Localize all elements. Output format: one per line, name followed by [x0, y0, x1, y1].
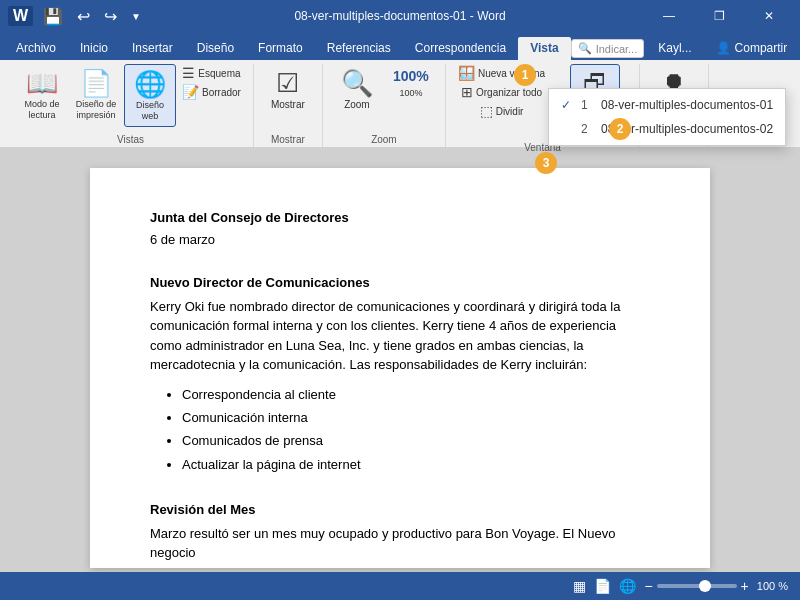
borrador-label: Borrador: [202, 87, 241, 98]
tab-inicio[interactable]: Inicio: [68, 37, 120, 60]
diseno-web-label: Diseñoweb: [136, 100, 164, 122]
mostrar-icon: ☑: [276, 68, 299, 99]
organizar-todo-icon: ⊞: [461, 85, 473, 99]
check-active-icon: ✓: [561, 98, 575, 112]
minimize-btn[interactable]: —: [646, 0, 692, 32]
zoom-slider-thumb: [699, 580, 711, 592]
document-page: Junta del Consejo de Directores 6 de mar…: [90, 168, 710, 568]
diseno-impresion-btn[interactable]: 📄 Diseño deimpresión: [70, 64, 122, 125]
dropdown-item-1[interactable]: ✓ 1 08-ver-multiples-documentos-01: [549, 93, 785, 117]
title-left: W 💾 ↩ ↪ ▼: [8, 5, 145, 28]
diseno-web-icon: 🌐: [134, 69, 166, 100]
layout-view-icon[interactable]: ▦: [573, 578, 586, 594]
ventana-small-col: 🪟 Nueva ventana ⊞ Organizar todo ⬚ Divid…: [454, 64, 549, 120]
tab-correspondencia[interactable]: Correspondencia: [403, 37, 518, 60]
zoom-icon: 🔍: [341, 68, 373, 99]
vistas-content: 📖 Modo delectura 📄 Diseño deimpresión 🌐 …: [16, 64, 245, 132]
diseno-impresion-icon: 📄: [80, 68, 112, 99]
doc-section-1: Nuevo Director de Comunicaciones Kerry O…: [150, 273, 650, 476]
borrador-icon: 📝: [182, 85, 199, 99]
doc-section-2-body: Marzo resultó ser un mes muy ocupado y p…: [150, 524, 650, 563]
quick-undo-icon[interactable]: ↩: [73, 5, 94, 28]
modo-lectura-label: Modo delectura: [24, 99, 59, 121]
web-view-icon[interactable]: 🌐: [619, 578, 636, 594]
tab-archivo[interactable]: Archivo: [4, 37, 68, 60]
modo-lectura-btn[interactable]: 📖 Modo delectura: [16, 64, 68, 125]
vistas-small-col: ☰ Esquema 📝 Borrador: [178, 64, 245, 101]
nueva-ventana-label: Nueva ventana: [478, 68, 545, 79]
zoom-group-label: Zoom: [371, 132, 397, 147]
user-account[interactable]: Kayl...: [648, 37, 701, 60]
quick-access-more[interactable]: ▼: [127, 9, 145, 24]
search-box[interactable]: 🔍 Indicar...: [571, 39, 645, 58]
zoom-100-btn[interactable]: 100% 100%: [385, 64, 437, 103]
doc-section-1-list: Correspondencia al cliente Comunicación …: [182, 383, 650, 477]
nueva-ventana-icon: 🪟: [458, 66, 475, 80]
word-app-icon: W: [8, 6, 33, 26]
doc-name-2: 08-ver-multiples-documentos-02: [601, 122, 773, 136]
esquema-icon: ☰: [182, 66, 195, 80]
close-btn[interactable]: ✕: [746, 0, 792, 32]
tab-diseno[interactable]: Diseño: [185, 37, 246, 60]
dropdown-item-2[interactable]: 2 08-ver-multiples-documentos-02: [549, 117, 785, 141]
mostrar-btn[interactable]: ☑ Mostrar: [262, 64, 314, 114]
doc-num-1: 1: [581, 98, 595, 112]
organizar-todo-label: Organizar todo: [476, 87, 542, 98]
tab-formato[interactable]: Formato: [246, 37, 315, 60]
zoom-slider[interactable]: [657, 584, 737, 588]
mostrar-label: Mostrar: [271, 99, 305, 110]
group-zoom: 🔍 Zoom 100% 100% Zoom: [323, 64, 446, 147]
doc-header-section: Junta del Consejo de Directores 6 de mar…: [150, 208, 650, 249]
doc-date: 6 de marzo: [150, 230, 650, 250]
doc-section-2: Revisión del Mes Marzo resultó ser un me…: [150, 500, 650, 563]
read-view-icon[interactable]: 📄: [594, 578, 611, 594]
search-placeholder: Indicar...: [596, 43, 638, 55]
doc-name-1: 08-ver-multiples-documentos-01: [601, 98, 773, 112]
zoom-plus-btn[interactable]: +: [741, 578, 749, 594]
list-item-2: Comunicación interna: [182, 406, 650, 429]
group-mostrar: ☑ Mostrar Mostrar: [254, 64, 323, 147]
diseno-impresion-label: Diseño deimpresión: [76, 99, 117, 121]
borrador-btn[interactable]: 📝 Borrador: [178, 83, 245, 101]
zoom-percentage: 100 %: [757, 580, 788, 592]
zoom-btn[interactable]: 🔍 Zoom: [331, 64, 383, 114]
zoom-minus-btn[interactable]: −: [644, 578, 652, 594]
status-bar: ▦ 📄 🌐 − + 100 %: [0, 572, 800, 600]
esquema-btn[interactable]: ☰ Esquema: [178, 64, 245, 82]
mostrar-group-label: Mostrar: [271, 132, 305, 147]
tab-insertar[interactable]: Insertar: [120, 37, 185, 60]
list-item-1: Correspondencia al cliente: [182, 383, 650, 406]
nueva-ventana-btn[interactable]: 🪟 Nueva ventana: [454, 64, 549, 82]
doc-main-title: Junta del Consejo de Directores: [150, 208, 650, 228]
organizar-todo-btn[interactable]: ⊞ Organizar todo: [454, 83, 549, 101]
group-vistas: 📖 Modo delectura 📄 Diseño deimpresión 🌐 …: [8, 64, 254, 147]
zoom-100-icon: 100%: [393, 68, 429, 84]
zoom-100-label: 100%: [399, 88, 422, 99]
document-area: Junta del Consejo de Directores 6 de mar…: [0, 148, 800, 572]
diseno-web-btn[interactable]: 🌐 Diseñoweb: [124, 64, 176, 127]
vistas-group-label: Vistas: [117, 132, 144, 147]
tab-vista[interactable]: Vista: [518, 37, 570, 60]
doc-section-2-heading: Revisión del Mes: [150, 500, 650, 520]
quick-redo-icon[interactable]: ↪: [100, 5, 121, 28]
tab-referencias[interactable]: Referencias: [315, 37, 403, 60]
title-bar: W 💾 ↩ ↪ ▼ 08-ver-multiples-documentos-01…: [0, 0, 800, 32]
zoom-label: Zoom: [344, 99, 370, 110]
dividir-icon: ⬚: [480, 104, 493, 118]
share-icon: 👤: [716, 41, 731, 55]
window-title: 08-ver-multiples-documentos-01 - Word: [294, 9, 505, 23]
doc-num-2: 2: [581, 122, 595, 136]
window-controls: — ❐ ✕: [646, 0, 792, 32]
quick-save-icon[interactable]: 💾: [39, 5, 67, 28]
cambiar-ventanas-dropdown: ✓ 1 08-ver-multiples-documentos-01 2 08-…: [548, 88, 786, 146]
search-icon: 🔍: [578, 42, 592, 55]
zoom-slider-wrap: − +: [644, 578, 748, 594]
esquema-label: Esquema: [198, 68, 240, 79]
doc-section-1-body: Kerry Oki fue nombrado director de comun…: [150, 297, 650, 375]
share-btn[interactable]: 👤 Compartir: [706, 37, 798, 60]
restore-btn[interactable]: ❐: [696, 0, 742, 32]
doc-section-1-heading: Nuevo Director de Comunicaciones: [150, 273, 650, 293]
dividir-btn[interactable]: ⬚ Dividir: [454, 102, 549, 120]
modo-lectura-icon: 📖: [26, 68, 58, 99]
ribbon-tab-bar: Archivo Inicio Insertar Diseño Formato R…: [0, 32, 800, 60]
